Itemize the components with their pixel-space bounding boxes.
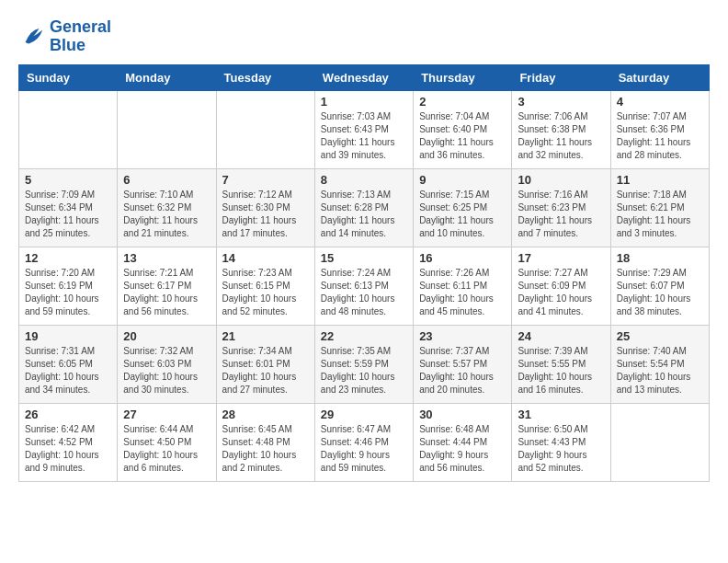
day-info: Sunrise: 7:21 AM Sunset: 6:17 PM Dayligh… [123,267,210,318]
calendar-cell: 6Sunrise: 7:10 AM Sunset: 6:32 PM Daylig… [118,168,216,247]
calendar-cell: 13Sunrise: 7:21 AM Sunset: 6:17 PM Dayli… [118,247,216,325]
calendar-cell [216,90,314,168]
weekday-header-sunday: Sunday [19,64,118,90]
day-number: 21 [222,329,309,343]
day-number: 10 [518,173,604,187]
day-number: 7 [222,173,309,187]
day-number: 19 [25,329,111,343]
calendar-cell: 10Sunrise: 7:16 AM Sunset: 6:23 PM Dayli… [512,168,610,247]
day-number: 28 [222,408,309,421]
weekday-header-wednesday: Wednesday [314,64,413,90]
day-info: Sunrise: 6:44 AM Sunset: 4:50 PM Dayligh… [123,423,210,475]
day-info: Sunrise: 7:07 AM Sunset: 6:36 PM Dayligh… [617,110,703,162]
calendar-cell: 18Sunrise: 7:29 AM Sunset: 6:07 PM Dayli… [610,247,709,325]
day-info: Sunrise: 7:20 AM Sunset: 6:19 PM Dayligh… [25,267,111,318]
day-info: Sunrise: 7:35 AM Sunset: 5:59 PM Dayligh… [321,345,407,396]
day-info: Sunrise: 6:50 AM Sunset: 4:43 PM Dayligh… [518,423,604,475]
calendar-week-row: 1Sunrise: 7:03 AM Sunset: 6:43 PM Daylig… [19,90,710,168]
day-info: Sunrise: 7:29 AM Sunset: 6:07 PM Dayligh… [617,267,703,318]
weekday-header-saturday: Saturday [610,64,709,90]
day-number: 26 [25,408,111,421]
day-number: 2 [419,95,506,109]
calendar-cell: 1Sunrise: 7:03 AM Sunset: 6:43 PM Daylig… [314,90,413,168]
day-info: Sunrise: 6:47 AM Sunset: 4:46 PM Dayligh… [321,423,407,475]
day-info: Sunrise: 6:45 AM Sunset: 4:48 PM Dayligh… [222,423,309,475]
day-info: Sunrise: 7:10 AM Sunset: 6:32 PM Dayligh… [123,189,210,240]
day-info: Sunrise: 7:32 AM Sunset: 6:03 PM Dayligh… [123,345,210,396]
calendar-cell: 7Sunrise: 7:12 AM Sunset: 6:30 PM Daylig… [216,168,314,247]
logo: General Blue [18,18,111,55]
day-info: Sunrise: 7:06 AM Sunset: 6:38 PM Dayligh… [518,110,604,162]
day-number: 17 [518,251,604,265]
calendar-cell: 4Sunrise: 7:07 AM Sunset: 6:36 PM Daylig… [610,90,709,168]
day-info: Sunrise: 7:12 AM Sunset: 6:30 PM Dayligh… [222,189,309,240]
day-info: Sunrise: 7:09 AM Sunset: 6:34 PM Dayligh… [25,189,111,240]
calendar-cell: 11Sunrise: 7:18 AM Sunset: 6:21 PM Dayli… [610,168,709,247]
day-number: 1 [321,95,407,109]
day-number: 6 [123,173,210,187]
day-number: 9 [419,173,506,187]
day-info: Sunrise: 7:37 AM Sunset: 5:57 PM Dayligh… [419,345,506,396]
day-info: Sunrise: 6:48 AM Sunset: 4:44 PM Dayligh… [419,423,506,475]
calendar-cell: 31Sunrise: 6:50 AM Sunset: 4:43 PM Dayli… [512,403,610,481]
calendar-cell: 3Sunrise: 7:06 AM Sunset: 6:38 PM Daylig… [512,90,610,168]
day-number: 23 [419,329,506,343]
day-info: Sunrise: 7:23 AM Sunset: 6:15 PM Dayligh… [222,267,309,318]
day-number: 8 [321,173,407,187]
weekday-header-thursday: Thursday [414,64,512,90]
day-info: Sunrise: 7:40 AM Sunset: 5:54 PM Dayligh… [617,345,703,396]
calendar-cell: 23Sunrise: 7:37 AM Sunset: 5:57 PM Dayli… [414,325,512,403]
calendar-cell: 19Sunrise: 7:31 AM Sunset: 6:05 PM Dayli… [19,325,118,403]
calendar-cell: 12Sunrise: 7:20 AM Sunset: 6:19 PM Dayli… [19,247,118,325]
day-info: Sunrise: 7:16 AM Sunset: 6:23 PM Dayligh… [518,189,604,240]
day-number: 27 [123,408,210,421]
calendar: SundayMondayTuesdayWednesdayThursdayFrid… [18,64,710,482]
calendar-cell: 30Sunrise: 6:48 AM Sunset: 4:44 PM Dayli… [414,403,512,481]
header: General Blue [18,18,710,55]
logo-icon [18,23,46,51]
day-info: Sunrise: 6:42 AM Sunset: 4:52 PM Dayligh… [25,423,111,475]
calendar-cell: 21Sunrise: 7:34 AM Sunset: 6:01 PM Dayli… [216,325,314,403]
calendar-cell: 22Sunrise: 7:35 AM Sunset: 5:59 PM Dayli… [314,325,413,403]
day-number: 30 [419,408,506,421]
day-number: 3 [518,95,604,109]
calendar-cell: 26Sunrise: 6:42 AM Sunset: 4:52 PM Dayli… [19,403,118,481]
day-number: 18 [617,251,703,265]
weekday-header-friday: Friday [512,64,610,90]
calendar-cell: 14Sunrise: 7:23 AM Sunset: 6:15 PM Dayli… [216,247,314,325]
day-number: 22 [321,329,407,343]
calendar-cell: 28Sunrise: 6:45 AM Sunset: 4:48 PM Dayli… [216,403,314,481]
day-number: 15 [321,251,407,265]
calendar-week-row: 19Sunrise: 7:31 AM Sunset: 6:05 PM Dayli… [19,325,710,403]
calendar-cell [19,90,118,168]
calendar-week-row: 26Sunrise: 6:42 AM Sunset: 4:52 PM Dayli… [19,403,710,481]
calendar-cell: 16Sunrise: 7:26 AM Sunset: 6:11 PM Dayli… [414,247,512,325]
logo-text: General Blue [50,18,111,55]
day-number: 5 [25,173,111,187]
day-info: Sunrise: 7:27 AM Sunset: 6:09 PM Dayligh… [518,267,604,318]
day-number: 11 [617,173,703,187]
day-info: Sunrise: 7:26 AM Sunset: 6:11 PM Dayligh… [419,267,506,318]
calendar-cell: 27Sunrise: 6:44 AM Sunset: 4:50 PM Dayli… [118,403,216,481]
day-number: 24 [518,329,604,343]
calendar-cell: 25Sunrise: 7:40 AM Sunset: 5:54 PM Dayli… [610,325,709,403]
day-number: 16 [419,251,506,265]
calendar-cell: 15Sunrise: 7:24 AM Sunset: 6:13 PM Dayli… [314,247,413,325]
day-number: 4 [617,95,703,109]
day-number: 14 [222,251,309,265]
calendar-cell: 17Sunrise: 7:27 AM Sunset: 6:09 PM Dayli… [512,247,610,325]
day-info: Sunrise: 7:15 AM Sunset: 6:25 PM Dayligh… [419,189,506,240]
day-info: Sunrise: 7:04 AM Sunset: 6:40 PM Dayligh… [419,110,506,162]
day-info: Sunrise: 7:39 AM Sunset: 5:55 PM Dayligh… [518,345,604,396]
calendar-cell: 2Sunrise: 7:04 AM Sunset: 6:40 PM Daylig… [414,90,512,168]
day-number: 13 [123,251,210,265]
calendar-cell: 8Sunrise: 7:13 AM Sunset: 6:28 PM Daylig… [314,168,413,247]
calendar-cell: 20Sunrise: 7:32 AM Sunset: 6:03 PM Dayli… [118,325,216,403]
calendar-week-row: 12Sunrise: 7:20 AM Sunset: 6:19 PM Dayli… [19,247,710,325]
day-info: Sunrise: 7:03 AM Sunset: 6:43 PM Dayligh… [321,110,407,162]
calendar-week-row: 5Sunrise: 7:09 AM Sunset: 6:34 PM Daylig… [19,168,710,247]
day-number: 20 [123,329,210,343]
day-number: 12 [25,251,111,265]
day-info: Sunrise: 7:31 AM Sunset: 6:05 PM Dayligh… [25,345,111,396]
calendar-cell: 29Sunrise: 6:47 AM Sunset: 4:46 PM Dayli… [314,403,413,481]
